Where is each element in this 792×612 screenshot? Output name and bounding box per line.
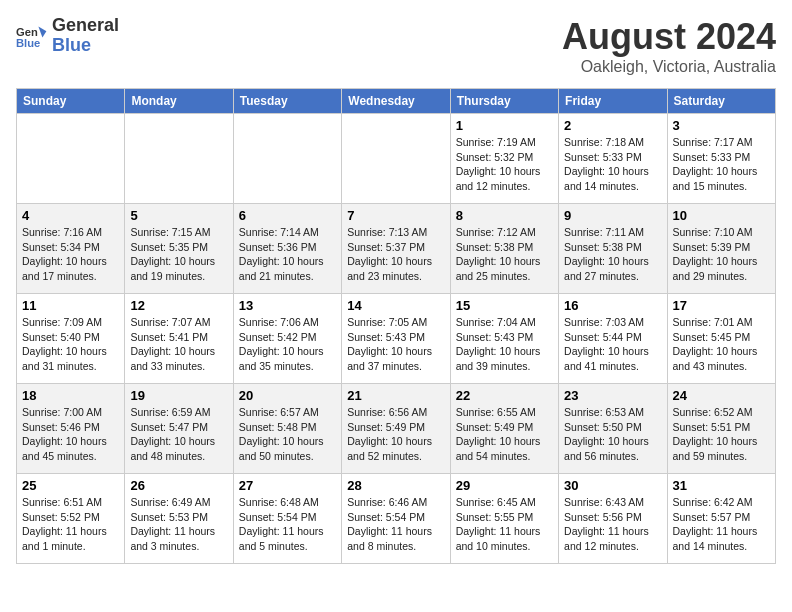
page-header: Gen Blue General Blue August 2024 Oaklei… bbox=[16, 16, 776, 76]
day-number: 19 bbox=[130, 388, 227, 403]
calendar-cell: 11Sunrise: 7:09 AM Sunset: 5:40 PM Dayli… bbox=[17, 294, 125, 384]
day-info: Sunrise: 6:51 AM Sunset: 5:52 PM Dayligh… bbox=[22, 495, 119, 554]
weekday-header: Monday bbox=[125, 89, 233, 114]
day-info: Sunrise: 7:07 AM Sunset: 5:41 PM Dayligh… bbox=[130, 315, 227, 374]
title-area: August 2024 Oakleigh, Victoria, Australi… bbox=[562, 16, 776, 76]
day-number: 29 bbox=[456, 478, 553, 493]
day-info: Sunrise: 7:01 AM Sunset: 5:45 PM Dayligh… bbox=[673, 315, 770, 374]
day-number: 25 bbox=[22, 478, 119, 493]
day-number: 18 bbox=[22, 388, 119, 403]
day-number: 17 bbox=[673, 298, 770, 313]
day-info: Sunrise: 7:04 AM Sunset: 5:43 PM Dayligh… bbox=[456, 315, 553, 374]
day-number: 4 bbox=[22, 208, 119, 223]
day-number: 30 bbox=[564, 478, 661, 493]
day-number: 2 bbox=[564, 118, 661, 133]
calendar-cell: 14Sunrise: 7:05 AM Sunset: 5:43 PM Dayli… bbox=[342, 294, 450, 384]
calendar-cell: 3Sunrise: 7:17 AM Sunset: 5:33 PM Daylig… bbox=[667, 114, 775, 204]
calendar-week-row: 25Sunrise: 6:51 AM Sunset: 5:52 PM Dayli… bbox=[17, 474, 776, 564]
calendar-cell: 22Sunrise: 6:55 AM Sunset: 5:49 PM Dayli… bbox=[450, 384, 558, 474]
calendar-cell: 31Sunrise: 6:42 AM Sunset: 5:57 PM Dayli… bbox=[667, 474, 775, 564]
day-number: 11 bbox=[22, 298, 119, 313]
calendar-week-row: 18Sunrise: 7:00 AM Sunset: 5:46 PM Dayli… bbox=[17, 384, 776, 474]
day-number: 15 bbox=[456, 298, 553, 313]
day-number: 3 bbox=[673, 118, 770, 133]
day-number: 6 bbox=[239, 208, 336, 223]
calendar-cell: 1Sunrise: 7:19 AM Sunset: 5:32 PM Daylig… bbox=[450, 114, 558, 204]
calendar-cell: 16Sunrise: 7:03 AM Sunset: 5:44 PM Dayli… bbox=[559, 294, 667, 384]
calendar-cell: 23Sunrise: 6:53 AM Sunset: 5:50 PM Dayli… bbox=[559, 384, 667, 474]
calendar-cell bbox=[125, 114, 233, 204]
calendar-cell: 19Sunrise: 6:59 AM Sunset: 5:47 PM Dayli… bbox=[125, 384, 233, 474]
calendar-cell bbox=[17, 114, 125, 204]
calendar-cell bbox=[233, 114, 341, 204]
calendar-cell: 28Sunrise: 6:46 AM Sunset: 5:54 PM Dayli… bbox=[342, 474, 450, 564]
day-info: Sunrise: 6:53 AM Sunset: 5:50 PM Dayligh… bbox=[564, 405, 661, 464]
calendar-header-row: SundayMondayTuesdayWednesdayThursdayFrid… bbox=[17, 89, 776, 114]
day-info: Sunrise: 6:45 AM Sunset: 5:55 PM Dayligh… bbox=[456, 495, 553, 554]
calendar-cell: 5Sunrise: 7:15 AM Sunset: 5:35 PM Daylig… bbox=[125, 204, 233, 294]
svg-text:Gen: Gen bbox=[16, 26, 38, 38]
day-info: Sunrise: 6:57 AM Sunset: 5:48 PM Dayligh… bbox=[239, 405, 336, 464]
calendar-cell: 30Sunrise: 6:43 AM Sunset: 5:56 PM Dayli… bbox=[559, 474, 667, 564]
calendar-cell: 12Sunrise: 7:07 AM Sunset: 5:41 PM Dayli… bbox=[125, 294, 233, 384]
location: Oakleigh, Victoria, Australia bbox=[562, 58, 776, 76]
day-number: 21 bbox=[347, 388, 444, 403]
calendar-cell: 2Sunrise: 7:18 AM Sunset: 5:33 PM Daylig… bbox=[559, 114, 667, 204]
day-info: Sunrise: 7:16 AM Sunset: 5:34 PM Dayligh… bbox=[22, 225, 119, 284]
day-info: Sunrise: 7:18 AM Sunset: 5:33 PM Dayligh… bbox=[564, 135, 661, 194]
calendar-week-row: 1Sunrise: 7:19 AM Sunset: 5:32 PM Daylig… bbox=[17, 114, 776, 204]
day-number: 22 bbox=[456, 388, 553, 403]
calendar: SundayMondayTuesdayWednesdayThursdayFrid… bbox=[16, 88, 776, 564]
weekday-header: Wednesday bbox=[342, 89, 450, 114]
calendar-cell: 29Sunrise: 6:45 AM Sunset: 5:55 PM Dayli… bbox=[450, 474, 558, 564]
calendar-cell: 9Sunrise: 7:11 AM Sunset: 5:38 PM Daylig… bbox=[559, 204, 667, 294]
logo-icon: Gen Blue bbox=[16, 20, 48, 52]
calendar-cell: 8Sunrise: 7:12 AM Sunset: 5:38 PM Daylig… bbox=[450, 204, 558, 294]
calendar-cell bbox=[342, 114, 450, 204]
calendar-cell: 24Sunrise: 6:52 AM Sunset: 5:51 PM Dayli… bbox=[667, 384, 775, 474]
day-info: Sunrise: 6:42 AM Sunset: 5:57 PM Dayligh… bbox=[673, 495, 770, 554]
calendar-cell: 6Sunrise: 7:14 AM Sunset: 5:36 PM Daylig… bbox=[233, 204, 341, 294]
day-number: 9 bbox=[564, 208, 661, 223]
day-number: 5 bbox=[130, 208, 227, 223]
calendar-cell: 21Sunrise: 6:56 AM Sunset: 5:49 PM Dayli… bbox=[342, 384, 450, 474]
weekday-header: Sunday bbox=[17, 89, 125, 114]
calendar-week-row: 4Sunrise: 7:16 AM Sunset: 5:34 PM Daylig… bbox=[17, 204, 776, 294]
calendar-cell: 25Sunrise: 6:51 AM Sunset: 5:52 PM Dayli… bbox=[17, 474, 125, 564]
day-number: 27 bbox=[239, 478, 336, 493]
day-info: Sunrise: 7:19 AM Sunset: 5:32 PM Dayligh… bbox=[456, 135, 553, 194]
weekday-header: Tuesday bbox=[233, 89, 341, 114]
day-info: Sunrise: 7:17 AM Sunset: 5:33 PM Dayligh… bbox=[673, 135, 770, 194]
calendar-cell: 20Sunrise: 6:57 AM Sunset: 5:48 PM Dayli… bbox=[233, 384, 341, 474]
day-info: Sunrise: 6:49 AM Sunset: 5:53 PM Dayligh… bbox=[130, 495, 227, 554]
day-number: 16 bbox=[564, 298, 661, 313]
day-info: Sunrise: 7:11 AM Sunset: 5:38 PM Dayligh… bbox=[564, 225, 661, 284]
day-number: 28 bbox=[347, 478, 444, 493]
day-number: 24 bbox=[673, 388, 770, 403]
day-info: Sunrise: 7:14 AM Sunset: 5:36 PM Dayligh… bbox=[239, 225, 336, 284]
day-number: 23 bbox=[564, 388, 661, 403]
logo-line2: Blue bbox=[52, 36, 119, 56]
calendar-cell: 15Sunrise: 7:04 AM Sunset: 5:43 PM Dayli… bbox=[450, 294, 558, 384]
calendar-cell: 27Sunrise: 6:48 AM Sunset: 5:54 PM Dayli… bbox=[233, 474, 341, 564]
day-info: Sunrise: 7:13 AM Sunset: 5:37 PM Dayligh… bbox=[347, 225, 444, 284]
calendar-cell: 26Sunrise: 6:49 AM Sunset: 5:53 PM Dayli… bbox=[125, 474, 233, 564]
day-info: Sunrise: 6:43 AM Sunset: 5:56 PM Dayligh… bbox=[564, 495, 661, 554]
calendar-cell: 17Sunrise: 7:01 AM Sunset: 5:45 PM Dayli… bbox=[667, 294, 775, 384]
day-info: Sunrise: 6:55 AM Sunset: 5:49 PM Dayligh… bbox=[456, 405, 553, 464]
day-number: 12 bbox=[130, 298, 227, 313]
day-info: Sunrise: 7:05 AM Sunset: 5:43 PM Dayligh… bbox=[347, 315, 444, 374]
day-info: Sunrise: 7:06 AM Sunset: 5:42 PM Dayligh… bbox=[239, 315, 336, 374]
day-number: 26 bbox=[130, 478, 227, 493]
logo-line1: General bbox=[52, 16, 119, 36]
day-info: Sunrise: 7:00 AM Sunset: 5:46 PM Dayligh… bbox=[22, 405, 119, 464]
day-number: 7 bbox=[347, 208, 444, 223]
day-info: Sunrise: 6:59 AM Sunset: 5:47 PM Dayligh… bbox=[130, 405, 227, 464]
calendar-cell: 7Sunrise: 7:13 AM Sunset: 5:37 PM Daylig… bbox=[342, 204, 450, 294]
day-info: Sunrise: 7:12 AM Sunset: 5:38 PM Dayligh… bbox=[456, 225, 553, 284]
day-number: 14 bbox=[347, 298, 444, 313]
day-info: Sunrise: 7:03 AM Sunset: 5:44 PM Dayligh… bbox=[564, 315, 661, 374]
day-number: 13 bbox=[239, 298, 336, 313]
day-number: 20 bbox=[239, 388, 336, 403]
logo: Gen Blue General Blue bbox=[16, 16, 119, 56]
